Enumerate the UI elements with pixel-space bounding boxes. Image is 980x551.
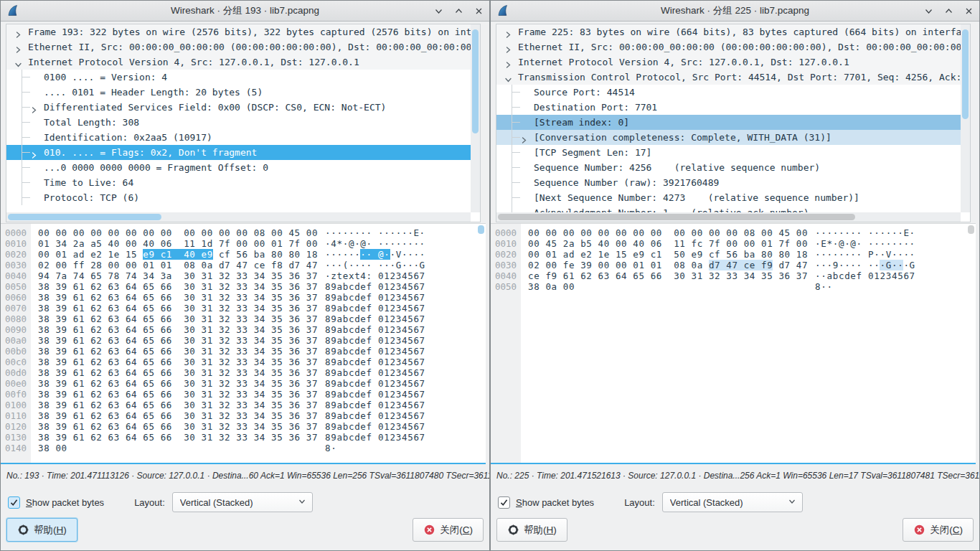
expander-closed-icon[interactable]	[504, 28, 512, 36]
expander-open-icon[interactable]	[504, 73, 512, 81]
maximize-window-icon[interactable]	[453, 6, 463, 16]
hex-ascii[interactable]: 89abcdef 01234567	[325, 314, 425, 324]
hex-bytes[interactable]: 00 00 00 00 00 00 00 00 00 00 00 00 08 0…	[528, 227, 808, 238]
hex-row[interactable]: 011038 39 61 62 63 64 65 66 30 31 32 33 …	[1, 410, 486, 421]
hex-bytes[interactable]: 38 39 61 62 63 64 65 66 30 31 32 33 34 3…	[38, 281, 318, 292]
close-window-icon[interactable]	[473, 6, 484, 16]
hex-ascii[interactable]: 89abcdef 01234567	[325, 410, 425, 421]
hex-bytes[interactable]: 38 39 61 62 63 64 65 66 30 31 32 33 34 3…	[38, 292, 318, 303]
hex-segment[interactable]: ···9···· ··	[815, 260, 880, 270]
expander-closed-icon[interactable]	[504, 43, 512, 51]
tree-vertical-scrollbar[interactable]	[961, 24, 970, 212]
tree-row[interactable]: Identification: 0x2aa5 (10917)	[6, 130, 471, 145]
hex-ascii[interactable]: ···9···· ···G···G	[815, 260, 915, 270]
tree-row[interactable]: Frame 193: 322 bytes on wire (2576 bits)…	[6, 24, 471, 39]
hex-scrollbar-thumb[interactable]	[478, 225, 484, 234]
hex-ascii[interactable]: 8··	[815, 281, 833, 292]
hex-ascii[interactable]: 89abcdef 01234567	[325, 281, 425, 292]
tree-row[interactable]: Acknowledgment Number: 1 (relative ack n…	[496, 205, 961, 212]
hex-segment[interactable]: 00 01 ad e2 1e 15	[38, 249, 143, 260]
hex-row[interactable]: 004094 7a 74 65 78 74 34 3a 30 31 32 33 …	[1, 270, 486, 281]
tree-row[interactable]: Sequence Number (raw): 3921760489	[496, 175, 961, 190]
hex-ascii[interactable]: 89abcdef 01234567	[325, 432, 425, 443]
hex-ascii[interactable]: ·4*·@·@· ········	[325, 238, 425, 249]
hex-bytes[interactable]: 38 39 61 62 63 64 65 66 30 31 32 33 34 3…	[38, 410, 318, 421]
hex-scrollbar-thumb[interactable]	[968, 225, 974, 234]
hex-segment[interactable]: ·G	[903, 260, 915, 270]
hex-bytes[interactable]: 02 00 fe 39 00 00 01 01 08 0a d7 47 ce f…	[528, 260, 808, 270]
tree-row[interactable]: ...0 0000 0000 0000 = Fragment Offset: 0	[6, 160, 471, 175]
tree-row[interactable]: Differentiated Services Field: 0x00 (DSC…	[6, 100, 471, 115]
hex-ascii[interactable]: 8·	[325, 443, 336, 453]
scrollbar-thumb[interactable]	[8, 214, 161, 220]
expander-closed-icon[interactable]	[14, 43, 22, 51]
hex-bytes[interactable]: 02 00 ff 28 00 00 01 01 08 0a d7 47 ce f…	[38, 260, 318, 270]
expander-closed-icon[interactable]	[520, 133, 528, 141]
hex-bytes[interactable]: 94 7a 74 65 78 74 34 3a 30 31 32 33 34 3…	[38, 270, 318, 281]
hex-segment[interactable]: ·· @·	[360, 249, 390, 260]
tree-row[interactable]: Sequence Number: 4256 (relative sequence…	[496, 160, 961, 175]
tree-row[interactable]: Protocol: TCP (6)	[6, 190, 471, 205]
hex-row[interactable]: 00d038 39 61 62 63 64 65 66 30 31 32 33 …	[1, 367, 486, 378]
tree-row[interactable]: Destination Port: 7701	[496, 100, 961, 115]
tree-horizontal-scrollbar[interactable]	[496, 212, 961, 222]
hex-ascii[interactable]: ·E*·@·@· ········	[815, 238, 915, 249]
hex-ascii[interactable]: ········ ······E·	[815, 227, 915, 238]
hex-ascii[interactable]: ········ @··V····	[325, 249, 425, 260]
layout-select[interactable]: Vertical (Stacked)	[172, 492, 313, 512]
hex-segment[interactable]: ······	[325, 249, 360, 260]
hex-segment[interactable]: e9 c1 40 e9	[143, 249, 213, 260]
hex-bytes[interactable]: 01 34 2a a5 40 00 40 06 11 1d 7f 00 00 0…	[38, 238, 318, 249]
hex-ascii[interactable]: 89abcdef 01234567	[325, 303, 425, 314]
hex-bytes[interactable]: 38 39 61 62 63 64 65 66 30 31 32 33 34 3…	[38, 400, 318, 410]
expander-open-icon[interactable]	[14, 58, 22, 66]
hex-bytes[interactable]: 38 39 61 62 63 64 65 66 30 31 32 33 34 3…	[38, 303, 318, 314]
hex-segment[interactable]: 02 00 fe 39 00 00 01 01 08 0a	[528, 260, 709, 270]
maximize-window-icon[interactable]	[943, 6, 953, 16]
hex-bytes[interactable]: 38 39 61 62 63 64 65 66 30 31 32 33 34 3…	[38, 378, 318, 389]
hex-row[interactable]: 005038 0a 008··	[491, 281, 976, 292]
hex-bytes[interactable]: 38 39 61 62 63 64 65 66 30 31 32 33 34 3…	[38, 432, 318, 443]
hex-segment[interactable]: ·G··	[880, 260, 903, 270]
hex-bytes[interactable]: 38 0a 00	[528, 281, 575, 292]
hex-bytes[interactable]: 00 45 2a b5 40 00 40 06 11 fc 7f 00 00 0…	[528, 238, 808, 249]
tree-row[interactable]: [TCP Segment Len: 17]	[496, 145, 961, 160]
tree-row[interactable]: Internet Protocol Version 4, Src: 127.0.…	[496, 55, 961, 70]
hex-row[interactable]: 006038 39 61 62 63 64 65 66 30 31 32 33 …	[1, 292, 486, 303]
tree-row[interactable]: [Stream index: 0]	[496, 115, 961, 130]
tree-row[interactable]: [Next Sequence Number: 4273 (relative se…	[496, 190, 961, 205]
hex-row[interactable]: 001001 34 2a a5 40 00 40 06 11 1d 7f 00 …	[1, 238, 486, 249]
hex-row[interactable]: 008038 39 61 62 63 64 65 66 30 31 32 33 …	[1, 314, 486, 324]
hex-row[interactable]: 014038 008·	[1, 443, 486, 453]
hex-row[interactable]: 0040ce f9 61 62 63 64 65 66 30 31 32 33 …	[491, 270, 976, 281]
hex-bytes[interactable]: ce f9 61 62 63 64 65 66 30 31 32 33 34 3…	[528, 270, 808, 281]
hex-ascii[interactable]: ········ P··V····	[815, 249, 915, 260]
hex-ascii[interactable]: ··abcdef 01234567	[815, 270, 915, 281]
hex-row[interactable]: 002000 01 ad e2 1e 15 e9 c1 50 e9 cf 56 …	[491, 249, 976, 260]
hex-row[interactable]: 001000 45 2a b5 40 00 40 06 11 fc 7f 00 …	[491, 238, 976, 249]
titlebar[interactable]: Wireshark · 分组 225 · lib7.pcapng	[491, 1, 979, 22]
expander-closed-icon[interactable]	[504, 58, 512, 66]
scrollbar-thumb[interactable]	[472, 29, 479, 133]
hex-row[interactable]: 003002 00 fe 39 00 00 01 01 08 0a d7 47 …	[491, 260, 976, 270]
hex-bytes[interactable]: 38 00	[38, 443, 67, 453]
show-packet-bytes-checkbox[interactable]	[498, 496, 510, 509]
hex-bytes[interactable]: 00 01 ad e2 1e 15 e9 c1 50 e9 cf 56 ba 8…	[528, 249, 808, 260]
hex-segment[interactable]: d7 47	[773, 260, 808, 270]
scrollbar-thumb[interactable]	[498, 214, 855, 220]
tree-row[interactable]: 0100 .... = Version: 4	[6, 70, 471, 85]
tree-row[interactable]: Frame 225: 83 bytes on wire (664 bits), …	[496, 24, 961, 39]
hex-ascii[interactable]: 89abcdef 01234567	[325, 292, 425, 303]
hex-ascii[interactable]: ········ ······E·	[325, 227, 425, 238]
titlebar[interactable]: Wireshark · 分组 193 · lib7.pcapng	[1, 1, 489, 22]
hex-ascii[interactable]: 89abcdef 01234567	[325, 357, 425, 367]
help-button[interactable]: 帮助(H)	[6, 518, 77, 542]
hex-bytes[interactable]: 38 39 61 62 63 64 65 66 30 31 32 33 34 3…	[38, 357, 318, 367]
tree-row[interactable]: [Conversation completeness: Complete, WI…	[496, 130, 961, 145]
hex-row[interactable]: 003002 00 ff 28 00 00 01 01 08 0a d7 47 …	[1, 260, 486, 270]
hex-segment[interactable]: cf 56 ba 80 80 18	[213, 249, 318, 260]
hex-ascii[interactable]: 89abcdef 01234567	[325, 400, 425, 410]
hex-row[interactable]: 00b038 39 61 62 63 64 65 66 30 31 32 33 …	[1, 346, 486, 357]
hex-bytes[interactable]: 00 00 00 00 00 00 00 00 00 00 00 00 08 0…	[38, 227, 318, 238]
tree-row[interactable]: Internet Protocol Version 4, Src: 127.0.…	[6, 55, 471, 70]
